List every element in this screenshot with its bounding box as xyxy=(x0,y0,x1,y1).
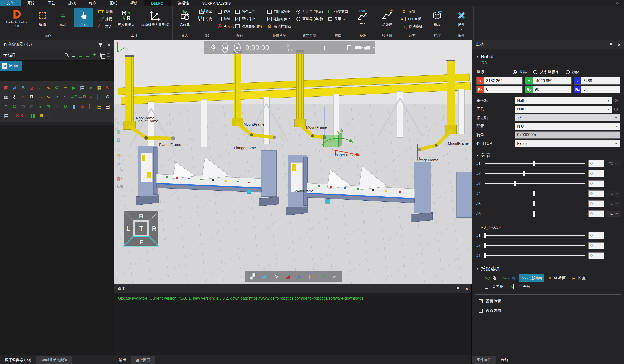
move-button[interactable]: ↔↕ 移动 xyxy=(53,8,73,27)
menu-program[interactable]: 程序 xyxy=(82,0,103,6)
circular-move-icon[interactable]: C xyxy=(53,84,61,91)
goto-icon[interactable]: ⌐ xyxy=(53,103,61,110)
render-mode-icon[interactable]: ▧ xyxy=(116,152,121,158)
tool-dropdown[interactable]: Null▼ xyxy=(515,106,612,113)
swap-view-icon[interactable]: ⇄ xyxy=(262,273,267,279)
fit-view-icon[interactable]: ↖↘ xyxy=(116,121,124,127)
snap-options-header[interactable]: ▼ 捕捉选项 xyxy=(476,266,621,272)
restore-window-button[interactable]: 恢复窗口 xyxy=(328,9,348,15)
joint-slider[interactable] xyxy=(485,191,585,197)
fit-selected-icon[interactable]: ▣ xyxy=(116,129,121,135)
robot-select-icon[interactable]: ▞ xyxy=(250,273,254,279)
record-icon[interactable]: ● xyxy=(87,84,94,91)
menu-drawing[interactable]: 图纸 xyxy=(103,0,124,6)
tab-jog[interactable]: 点动 xyxy=(496,356,512,364)
measure-button[interactable]: 测量 xyxy=(98,9,113,15)
play-button[interactable]: ▶ xyxy=(234,43,241,53)
stats-icon[interactable]: ▮▮ xyxy=(29,112,37,119)
slider-handle[interactable] xyxy=(523,171,525,176)
path-points-icon[interactable]: ∿ xyxy=(45,84,52,91)
configuration-dropdown[interactable]: N U T▼ xyxy=(515,123,620,130)
edit-detector-button[interactable]: ⚙编辑探测器 xyxy=(267,23,291,29)
joint-value-input[interactable]: 0 xyxy=(588,200,604,207)
to-base-icon[interactable]: →B xyxy=(78,93,86,101)
import-program-icon[interactable] xyxy=(79,53,82,57)
sub-icon[interactable]: SUB xyxy=(116,185,124,188)
divider3-icon[interactable]: ▏ xyxy=(47,112,54,119)
gear-icon[interactable]: ⚙ xyxy=(612,98,620,104)
rotate-cycle-icon[interactable]: ↻ xyxy=(104,84,111,91)
wireframe-icon[interactable]: ▢ xyxy=(116,144,121,150)
play-icon[interactable]: ▶ xyxy=(70,84,78,91)
move-robot-world-frame-button[interactable]: 移动机器人世界框 xyxy=(140,8,170,27)
branch-up-icon[interactable]: ↰ xyxy=(45,103,52,110)
to-target-icon[interactable]: →T xyxy=(70,93,78,101)
checklist-icon[interactable] xyxy=(72,53,75,57)
snap-edge-and-face-button[interactable]: ↘▱边和面 xyxy=(519,274,545,282)
frame-tool-icon[interactable]: ▢ xyxy=(309,273,314,279)
gear-icon[interactable]: ⚙ xyxy=(612,106,620,112)
program-statement-area[interactable] xyxy=(0,125,114,355)
collapse-ribbon-icon[interactable] xyxy=(616,1,620,5)
align-button[interactable]: ⁄⁄对齐 xyxy=(98,23,113,29)
menu-process[interactable]: 工艺 xyxy=(41,0,62,6)
joint-value-input[interactable]: 0 xyxy=(588,160,604,167)
joint-slider[interactable] xyxy=(485,171,585,177)
add-subprogram-icon[interactable]: + xyxy=(93,52,96,57)
menu-surf-analysis[interactable]: SURF ANALYSIS xyxy=(195,0,237,6)
tab-monitor-window[interactable]: 监控窗口 xyxy=(131,356,155,364)
base-frame-dropdown[interactable]: Null▼ xyxy=(515,97,612,104)
joint-slider[interactable] xyxy=(485,211,585,217)
track-value-input[interactable]: 0 xyxy=(588,232,604,239)
singularity-button[interactable]: 奇异点 xyxy=(218,23,234,29)
rx-field[interactable]: Rx0 xyxy=(476,86,523,93)
io-in-icon[interactable]: →8 xyxy=(11,112,19,119)
x-field[interactable]: X3182.262 xyxy=(476,77,523,85)
joint-value-input[interactable]: 0 xyxy=(588,180,604,187)
frame-select-icon[interactable]: ▭ xyxy=(62,84,69,91)
assign-icon[interactable]: = xyxy=(2,103,10,110)
snap-edge-button[interactable]: ↘╱边 xyxy=(482,274,499,282)
origin-cube-icon[interactable]: ▦ xyxy=(116,176,121,182)
y-field[interactable]: Y-4020.859 xyxy=(525,77,571,85)
folder-icon[interactable]: ▭ xyxy=(36,93,43,101)
track-value-input[interactable]: 0 xyxy=(588,252,604,259)
pin-icon[interactable] xyxy=(457,287,460,291)
joint-value-input[interactable]: 0 xyxy=(588,170,604,177)
joint-slider[interactable] xyxy=(485,201,585,207)
swap-robot-button[interactable]: R↰↳R 更换机器人 xyxy=(115,8,138,27)
conveyor-icon[interactable]: ▦ xyxy=(96,84,103,91)
postprocess-button[interactable]: ↷ 后处理 ▾ xyxy=(377,8,397,30)
pin-icon[interactable] xyxy=(609,43,612,46)
ry-field[interactable]: Ry90 xyxy=(525,86,571,93)
tab-program-editor[interactable]: 程序编辑器 (R3) xyxy=(0,356,36,364)
close-icon[interactable]: × xyxy=(107,42,110,47)
coord-world-radio[interactable]: 世界 xyxy=(513,69,527,75)
robot-section-header[interactable]: ▼ Robot xyxy=(476,54,621,59)
stop-on-collision-checkbox[interactable]: 碰撞时停止 xyxy=(267,16,291,22)
menu-file[interactable]: 文件 xyxy=(0,0,21,6)
video-record-icon[interactable] xyxy=(355,46,361,49)
coord-parent-radio[interactable]: 父系坐标系 xyxy=(533,69,559,75)
set-orientation-checkbox[interactable]: 设置方向 xyxy=(479,308,624,313)
coord-object-radio[interactable]: 物体 xyxy=(566,69,580,75)
snap-bisect-button[interactable]: ↘▏二等分 xyxy=(507,283,533,291)
snap-bounding-box-button[interactable]: ▢·边界框 xyxy=(482,283,506,291)
pnp-coordinates-button[interactable]: PnP坐标 xyxy=(402,16,422,22)
joint-slider[interactable] xyxy=(485,181,585,187)
slider-handle[interactable] xyxy=(514,181,516,186)
speed-slider-handle[interactable] xyxy=(324,46,325,50)
subprogram-item-main[interactable]: M Main xyxy=(0,61,22,71)
divider2-icon[interactable]: ▏ xyxy=(87,103,94,110)
joint-to-button[interactable]: TO▲▼ xyxy=(606,191,621,197)
plugin-button[interactable]: 插件 ▾ xyxy=(452,8,471,30)
z-field[interactable]: Z3489 xyxy=(574,77,620,85)
section-view-icon[interactable]: ▥ xyxy=(116,137,121,142)
text-tool-icon[interactable]: A xyxy=(298,273,301,279)
viewport-3d[interactable]: RootFrameMountFrameMountFrameMountFrameM… xyxy=(114,40,472,284)
track-slider[interactable] xyxy=(485,243,585,249)
jog-button[interactable]: 点动 xyxy=(74,8,93,27)
robot-jog-icon[interactable]: ▣ xyxy=(2,84,10,91)
validate-icon[interactable]: ✓ xyxy=(321,273,326,279)
menu-modeling[interactable]: 建模 xyxy=(62,0,82,6)
